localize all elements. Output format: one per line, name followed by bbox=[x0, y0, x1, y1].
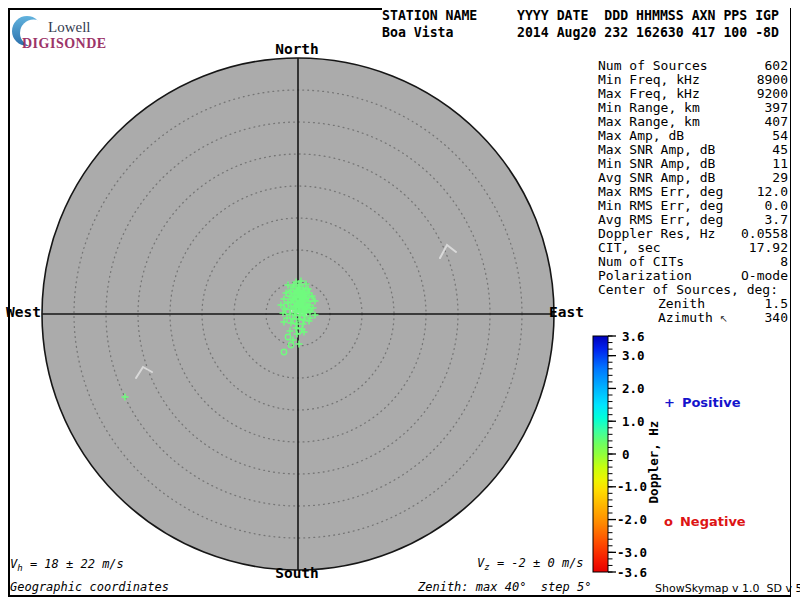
interference-chevron bbox=[440, 245, 456, 258]
stat-row: Min SNR Amp, dB11 bbox=[598, 157, 788, 171]
stat-label: Min RMS Err, deg bbox=[598, 199, 723, 213]
zenith-ring bbox=[138, 154, 458, 474]
stat-label: Num of Sources bbox=[598, 59, 708, 73]
stat-value: 0.0558 bbox=[741, 227, 788, 241]
stat-row: Max Freq, kHz9200 bbox=[598, 87, 788, 101]
compass-east-label: East bbox=[549, 305, 584, 320]
interference-chevron bbox=[136, 367, 152, 378]
stat-label: Avg SNR Amp, dB bbox=[598, 171, 715, 185]
legend-positive: +Positive bbox=[664, 395, 741, 410]
colorbar-gradient bbox=[593, 336, 608, 572]
stat-label: Max Amp, dB bbox=[598, 129, 684, 143]
scatter-point-negative bbox=[285, 334, 290, 339]
colorbar-tick-label: 3.0 bbox=[622, 348, 645, 363]
scatter-point-negative bbox=[294, 310, 299, 315]
stat-row: CIT, sec17.92 bbox=[598, 241, 788, 255]
stat-row: Doppler Res, Hz0.0558 bbox=[598, 227, 788, 241]
stat-label: Zenith bbox=[658, 297, 705, 311]
colorbar-tick-label: 2.0 bbox=[622, 381, 645, 396]
stat-row: PolarizationO-mode bbox=[598, 269, 788, 283]
coordinates-note: Geographic coordinates bbox=[10, 580, 169, 594]
stat-label: Max Range, km bbox=[598, 115, 700, 129]
stat-value: 3.7 bbox=[765, 213, 788, 227]
scatter-point-negative bbox=[299, 314, 304, 319]
colorbar-tick-label: -2.0 bbox=[617, 512, 647, 527]
header-columns-row: STATION NAME YYYY DATE DDD HHMMSS AXN PP… bbox=[382, 8, 779, 23]
stat-label: Center of Sources, deg: bbox=[598, 283, 778, 297]
azimuth-direction-arrow-icon: ↖ bbox=[720, 313, 728, 324]
scatter-point-negative bbox=[296, 328, 301, 333]
frame-border-left bbox=[8, 8, 10, 596]
stat-row: Center of Sources, deg: bbox=[598, 283, 788, 297]
stat-value: 602 bbox=[765, 59, 788, 73]
zenith-ring bbox=[106, 122, 490, 506]
colorbar-tick-label: 0 bbox=[622, 447, 630, 462]
scatter-point-negative bbox=[291, 318, 296, 323]
circle-symbol-icon: o bbox=[664, 514, 673, 529]
stat-label: Max Freq, kHz bbox=[598, 87, 700, 101]
vz-velocity-label: Vz = -2 ± 0 m/s bbox=[477, 556, 584, 572]
colorbar-tick-label: -3.0 bbox=[617, 545, 647, 560]
stat-label: Min Range, km bbox=[598, 101, 700, 115]
stat-value: 8900 bbox=[757, 73, 788, 87]
logo-digisonde-text: DIGISONDE bbox=[22, 36, 107, 51]
scatter-point-negative bbox=[281, 349, 286, 354]
zenith-ring bbox=[266, 282, 330, 346]
stat-label: Min SNR Amp, dB bbox=[598, 157, 715, 171]
stat-row: Zenith1.5 bbox=[598, 297, 788, 311]
logo-lowell-text: Lowell bbox=[48, 19, 91, 35]
zenith-ring bbox=[202, 218, 394, 410]
scatter-point-negative bbox=[308, 296, 313, 301]
zenith-range-note: Zenith: max 40° step 5° bbox=[418, 580, 591, 594]
stat-value: 45 bbox=[772, 143, 788, 157]
plus-symbol-icon: + bbox=[664, 395, 675, 410]
colorbar-tick-label: -3.6 bbox=[617, 565, 647, 580]
frame-border-right bbox=[790, 8, 792, 596]
skymap-disk bbox=[42, 58, 554, 570]
header-block: STATION NAME YYYY DATE DDD HHMMSS AXN PP… bbox=[382, 7, 779, 41]
legend-negative: oNegative bbox=[664, 514, 746, 529]
colorbar-tick-label: -1.0 bbox=[617, 479, 647, 494]
stat-row: Min Range, km397 bbox=[598, 101, 788, 115]
stat-value: 12.0 bbox=[757, 185, 788, 199]
stats-panel: Num of Sources602Min Freq, kHz8900Max Fr… bbox=[598, 59, 788, 326]
scatter-point-negative bbox=[306, 307, 311, 312]
stat-value: 11 bbox=[772, 157, 788, 171]
stat-row: Max RMS Err, deg12.0 bbox=[598, 185, 788, 199]
colorbar-tick-label: 1.0 bbox=[622, 414, 645, 429]
compass-north-label: North bbox=[257, 42, 337, 57]
compass-west-label: West bbox=[6, 305, 41, 320]
version-label: ShowSkymap v 1.0 SD v 5.1 bbox=[655, 582, 800, 595]
legend-negative-label: Negative bbox=[680, 514, 746, 529]
stat-row: Min Freq, kHz8900 bbox=[598, 73, 788, 87]
stat-value: 29 bbox=[772, 171, 788, 185]
stat-row: Avg RMS Err, deg3.7 bbox=[598, 213, 788, 227]
stat-label: Num of CITs bbox=[598, 255, 684, 269]
stat-row: Min RMS Err, deg0.0 bbox=[598, 199, 788, 213]
stat-label: CIT, sec bbox=[598, 241, 661, 255]
scatter-point-negative bbox=[288, 342, 293, 347]
scatter-point-negative bbox=[304, 288, 309, 293]
scatter-point-negative bbox=[283, 303, 288, 308]
stat-row: Avg SNR Amp, dB29 bbox=[598, 171, 788, 185]
legend-positive-label: Positive bbox=[682, 395, 741, 410]
stat-label: Azimuth↖ bbox=[658, 311, 728, 326]
stat-row: Max Amp, dB54 bbox=[598, 129, 788, 143]
zenith-ring bbox=[170, 186, 426, 442]
header-values-row: Boa Vista 2014 Aug20 232 162630 417 100 … bbox=[382, 25, 779, 40]
stat-row: Num of CITs8 bbox=[598, 255, 788, 269]
stat-label: Max SNR Amp, dB bbox=[598, 143, 715, 157]
stat-label: Max RMS Err, deg bbox=[598, 185, 723, 199]
scatter-point-negative bbox=[286, 291, 291, 296]
stat-label: Avg RMS Err, deg bbox=[598, 213, 723, 227]
stat-value: 407 bbox=[765, 115, 788, 129]
stat-value: 9200 bbox=[757, 87, 788, 101]
zenith-ring bbox=[234, 250, 362, 378]
vh-velocity-label: Vh = 18 ± 22 m/s bbox=[10, 557, 124, 573]
stat-value: O-mode bbox=[741, 269, 788, 283]
zenith-ring bbox=[74, 90, 522, 538]
lowell-digisonde-logo: Lowell DIGISONDE bbox=[12, 10, 132, 54]
stat-value: 0.0 bbox=[765, 199, 788, 213]
stat-label: Min Freq, kHz bbox=[598, 73, 700, 87]
stat-value: 340 bbox=[765, 311, 788, 326]
